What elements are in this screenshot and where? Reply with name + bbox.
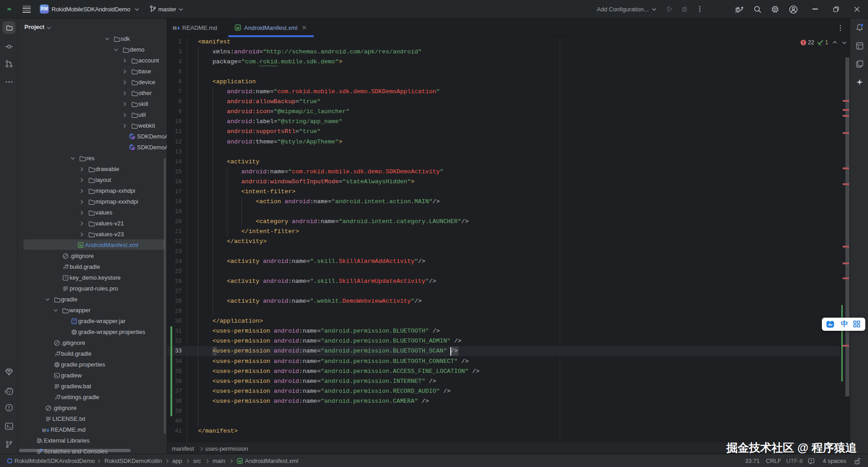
svg-text:?: ? [65,276,67,280]
svg-text:M: M [238,459,241,463]
svg-text:M: M [79,243,82,248]
svg-text:M: M [173,25,177,31]
svg-text:M: M [42,428,46,433]
svg-text:M: M [236,26,240,30]
svg-text:du: du [828,322,833,327]
